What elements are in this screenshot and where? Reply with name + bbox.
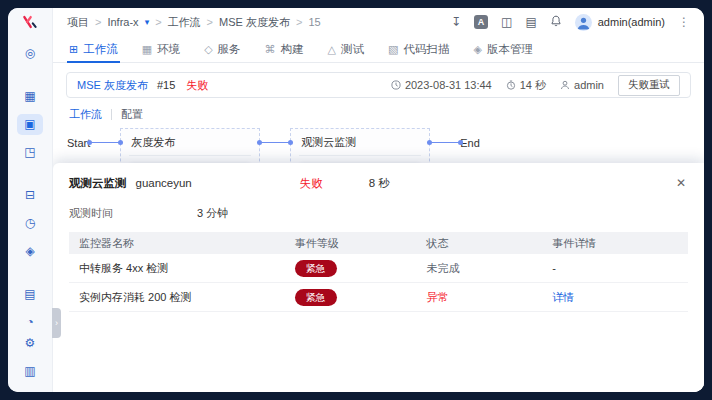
- service-icon: ◇: [204, 43, 212, 56]
- pipeline-end-label: End: [460, 137, 480, 149]
- breadcrumb-projects[interactable]: 项目: [67, 15, 89, 30]
- pipeline-connector: [430, 142, 460, 143]
- breadcrumb: 项目 > Infra-x ▾ > 工作流 > MSE 灰度发布 > 15: [67, 15, 321, 30]
- person-icon: [560, 80, 570, 90]
- bell-icon[interactable]: [550, 15, 562, 29]
- monitor-name: 实例内存消耗 200 检测: [79, 290, 295, 305]
- tests-icon[interactable]: ◷: [17, 213, 43, 234]
- builds-icon[interactable]: ⊟: [17, 185, 43, 206]
- sidebar-collapse-handle[interactable]: ›: [52, 308, 61, 338]
- topbar-actions: ↧ A ◫ ▤ admin(admin) ⋮: [451, 14, 690, 31]
- col-event-detail: 事件详情: [552, 236, 678, 251]
- breadcrumb-task-id: 15: [308, 16, 320, 28]
- observe-time-row: 观测时间 3 分钟: [69, 206, 688, 221]
- insights-icon[interactable]: ▤: [17, 284, 43, 305]
- detail-link[interactable]: 详情: [552, 291, 574, 303]
- observe-time-label: 观测时间: [69, 206, 197, 221]
- tab-tests[interactable]: △ 测试: [328, 36, 364, 62]
- sidebar: ◎ ▦ ▣ ◳ ⊟ ◷ ◈ ▤ ◔ ⚙ ▥ ›: [8, 8, 53, 392]
- col-event-level: 事件等级: [295, 236, 427, 251]
- main-area: 项目 > Infra-x ▾ > 工作流 > MSE 灰度发布 > 15 ↧ A…: [53, 8, 704, 392]
- close-icon[interactable]: ✕: [674, 174, 688, 192]
- dashboard-icon[interactable]: ◎: [17, 43, 43, 64]
- avatar[interactable]: [575, 14, 592, 31]
- drawer-job-name: guanceyun: [136, 177, 192, 189]
- tab-code-scan[interactable]: ▧ 代码扫描: [388, 36, 449, 62]
- version-icon: ◈: [473, 43, 481, 56]
- stats-icon[interactable]: ▥: [17, 361, 43, 382]
- breadcrumb-workflow-name[interactable]: MSE 灰度发布: [219, 15, 290, 30]
- monitor-name: 中转服务 4xx 检测: [79, 261, 295, 276]
- task-header: MSE 灰度发布 #15 失败 2023-08-31 13:44 14 秒 ad…: [66, 72, 691, 98]
- stopwatch-icon: [506, 80, 516, 90]
- monitor-status: 未完成: [426, 261, 552, 276]
- task-number: #15: [157, 79, 175, 91]
- tab-label: 服务: [218, 42, 241, 57]
- task-meta: 2023-08-31 13:44 14 秒 admin 失败重试: [391, 75, 680, 96]
- organization-icon[interactable]: ◫: [501, 16, 512, 28]
- divider: [111, 109, 112, 120]
- pipeline-connector: [90, 142, 120, 143]
- tab-label: 代码扫描: [403, 42, 449, 57]
- breadcrumb-separator: >: [296, 16, 302, 28]
- table-header-row: 监控器名称 事件等级 状态 事件详情: [69, 232, 688, 254]
- clock-icon: [391, 80, 401, 90]
- breadcrumb-separator: >: [207, 16, 213, 28]
- app-window: ◎ ▦ ▣ ◳ ⊟ ◷ ◈ ▤ ◔ ⚙ ▥ › 项目 > Infra-x ▾: [8, 8, 704, 392]
- table-row: 中转服务 4xx 检测 紧急 未完成 -: [69, 254, 688, 283]
- task-creator: admin: [560, 79, 604, 91]
- tab-workflows[interactable]: ⊞ 工作流: [69, 36, 118, 62]
- monitor-status: 异常: [426, 290, 552, 305]
- chevron-down-icon[interactable]: ▾: [145, 17, 150, 27]
- drawer-title: 观测云监测: [69, 176, 127, 191]
- monitor-detail: -: [552, 262, 678, 274]
- tab-builds[interactable]: ⌘ 构建: [265, 36, 304, 62]
- tab-label: 工作流: [83, 42, 118, 57]
- tab-label: 环境: [157, 42, 180, 57]
- stage-title: 灰度发布: [129, 134, 251, 156]
- zadig-logo-icon[interactable]: [19, 15, 41, 29]
- subnav-config[interactable]: 配置: [121, 107, 143, 122]
- task-subnav: 工作流 配置: [53, 104, 704, 124]
- delivery-icon[interactable]: ◈: [17, 241, 43, 262]
- job-detail-drawer: 观测云监测 guanceyun 失败 8 秒 ✕ 观测时间 3 分钟 监控器名称…: [53, 163, 704, 392]
- data-icon[interactable]: ◔: [17, 312, 43, 333]
- retry-failed-button[interactable]: 失败重试: [618, 75, 680, 96]
- level-badge-critical: 紧急: [295, 260, 337, 277]
- level-badge-critical: 紧急: [295, 289, 337, 306]
- environments-icon[interactable]: ◳: [17, 142, 43, 163]
- drawer-header: 观测云监测 guanceyun 失败 8 秒 ✕: [69, 174, 688, 192]
- sidebar-nav: ◎ ▦ ▣ ◳ ⊟ ◷ ◈ ▤ ◔: [8, 43, 52, 333]
- table-row: 实例内存消耗 200 检测 紧急 异常 详情: [69, 283, 688, 312]
- tab-environments[interactable]: ▦ 环境: [142, 36, 180, 62]
- stage-title: 观测云监测: [299, 134, 421, 156]
- build-icon: ⌘: [265, 43, 276, 56]
- breadcrumb-workflows[interactable]: 工作流: [168, 15, 201, 30]
- projects-icon[interactable]: ▦: [17, 86, 43, 107]
- more-menu-icon[interactable]: ⋮: [678, 15, 690, 29]
- workflow-name-link[interactable]: MSE 灰度发布: [77, 78, 148, 93]
- tab-label: 版本管理: [487, 42, 533, 57]
- tab-version-management[interactable]: ◈ 版本管理: [473, 36, 532, 62]
- settings-icon[interactable]: ⚙: [17, 333, 43, 354]
- docs-icon[interactable]: ▤: [525, 16, 536, 28]
- download-icon[interactable]: ↧: [451, 16, 461, 28]
- task-created-time: 2023-08-31 13:44: [391, 79, 492, 91]
- tab-services[interactable]: ◇ 服务: [204, 36, 240, 62]
- breadcrumb-project-name[interactable]: Infra-x: [107, 16, 138, 28]
- breadcrumb-separator: >: [155, 16, 161, 28]
- pipeline-connector: [260, 142, 290, 143]
- drawer-duration: 8 秒: [369, 176, 390, 191]
- monitor-table: 监控器名称 事件等级 状态 事件详情 中转服务 4xx 检测 紧急 未完成 - …: [69, 232, 688, 312]
- language-icon[interactable]: A: [474, 15, 488, 29]
- workflows-icon[interactable]: ▣: [17, 114, 43, 135]
- environment-icon: ▦: [142, 43, 152, 56]
- project-tabbar: ⊞ 工作流 ▦ 环境 ◇ 服务 ⌘ 构建 △ 测试 ▧ 代码扫描: [53, 36, 704, 63]
- code-scan-icon: ▧: [388, 43, 398, 56]
- user-menu[interactable]: admin(admin): [598, 16, 665, 28]
- topbar: 项目 > Infra-x ▾ > 工作流 > MSE 灰度发布 > 15 ↧ A…: [53, 8, 704, 36]
- subnav-workflow[interactable]: 工作流: [69, 107, 102, 122]
- sidebar-bottom: ⚙ ▥: [17, 333, 43, 392]
- tab-label: 构建: [281, 42, 304, 57]
- task-status-failed: 失败: [186, 78, 208, 93]
